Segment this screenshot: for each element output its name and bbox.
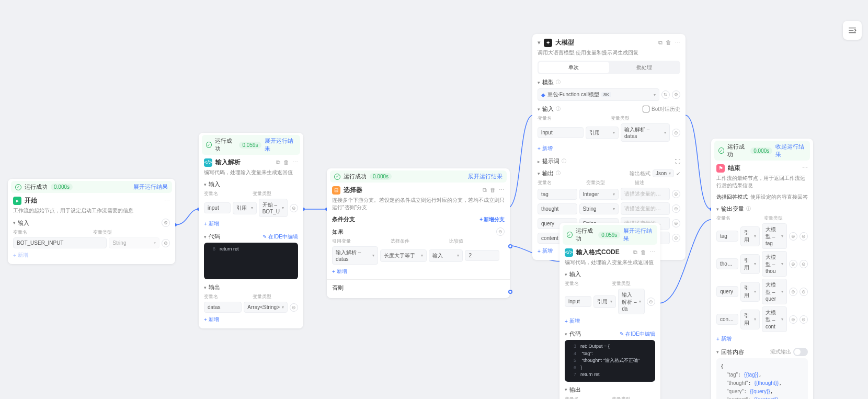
remove-branch-icon[interactable]: ⊖ xyxy=(496,227,505,236)
delete-icon[interactable]: 🗑 xyxy=(666,39,671,46)
output-type-select[interactable]: Array<String> xyxy=(247,304,280,310)
more-icon[interactable]: ⋯ xyxy=(292,159,298,166)
var-ref-select[interactable]: 大模型 – thou xyxy=(766,254,779,274)
copy-icon[interactable]: ⧉ xyxy=(633,249,637,256)
tab-batch[interactable]: 批处理 xyxy=(609,62,680,73)
add-input-button[interactable]: +新增 xyxy=(538,144,553,153)
remove-icon[interactable]: ⊖ xyxy=(647,298,655,306)
input-var-field[interactable]: input xyxy=(204,202,231,213)
llm-input-ref[interactable]: 输入解析 – datas xyxy=(624,126,662,139)
output-format-select[interactable]: Json xyxy=(656,170,667,176)
answer-json[interactable]: { "tag": {{tag}}, "thought": {{thought}}… xyxy=(716,358,808,399)
expand-results-link[interactable]: 展开运行结果 xyxy=(265,137,296,153)
out-desc[interactable]: 请描述变量的用途 xyxy=(621,202,670,215)
edit-in-ide-link[interactable]: ✎ 在IDE中编辑 xyxy=(620,330,655,338)
output-port-if[interactable] xyxy=(508,244,512,248)
out-name[interactable]: tag xyxy=(538,189,577,200)
code-editor[interactable]: 8return ret xyxy=(204,243,298,279)
import-icon[interactable]: ↙ xyxy=(676,170,680,176)
delete-icon[interactable]: 🗑 xyxy=(490,187,496,193)
add-condition-button[interactable]: +新增 xyxy=(332,267,347,276)
add-branch-button[interactable]: + 新增分支 xyxy=(479,216,505,223)
var-name[interactable]: tag xyxy=(716,231,738,242)
var-ref-select[interactable]: 大模型 – cont xyxy=(766,309,779,329)
refresh-icon[interactable]: ↻ xyxy=(661,90,670,99)
ref-select[interactable]: 开始 – BOT_U xyxy=(262,201,280,214)
remove-icon[interactable]: ⊖ xyxy=(800,232,808,241)
edit-in-ide-link[interactable]: ✎ 在IDE中编辑 xyxy=(262,233,298,241)
out-name[interactable]: thought xyxy=(538,203,577,214)
node-input-parse[interactable]: 运行成功0.059s展开运行结果 </> 输入解析 ⧉ 🗑 ⋯ 编写代码，处理输… xyxy=(199,133,303,328)
expand-results-link[interactable]: 展开运行结果 xyxy=(133,183,168,191)
remove-icon[interactable]: ⊖ xyxy=(672,219,680,227)
prompt-section[interactable]: 提示词 xyxy=(542,157,559,165)
remove-icon[interactable]: ⊖ xyxy=(290,204,298,212)
var-name[interactable]: thought xyxy=(716,258,738,269)
node-selector[interactable]: 运行成功0.000s展开运行结果 ⊟ 选择器 ⧉ 🗑 ⋯ 连接多个下游分支。若设… xyxy=(327,168,510,298)
var-name-field[interactable]: BOT_USER_INPUT xyxy=(13,237,107,248)
expand-results-link[interactable]: 展开运行结果 xyxy=(623,227,653,243)
copy-icon[interactable]: ⧉ xyxy=(483,187,487,193)
node-start[interactable]: 运行成功 0.000s 展开运行结果 ▸ 开始 ⋯ 工作流的起始节点，用于设定启… xyxy=(8,179,175,264)
var-ref-select[interactable]: 大模型 – quer xyxy=(766,281,779,302)
node-tools[interactable]: ⋯ xyxy=(164,197,170,204)
remove-icon[interactable]: ⊖ xyxy=(672,204,680,213)
var-name[interactable]: content xyxy=(716,314,738,325)
add-icon[interactable]: ⊕ xyxy=(789,260,797,268)
add-icon[interactable]: ⊕ xyxy=(789,288,797,296)
expand-icon[interactable]: ⛶ xyxy=(675,158,680,164)
remove-icon[interactable]: ⊖ xyxy=(672,190,680,198)
llm-input-var[interactable]: input xyxy=(538,127,584,138)
output-var-field[interactable]: datas xyxy=(204,302,242,313)
answer-mode-value[interactable]: 使用设定的内容直接回答 xyxy=(750,193,808,201)
delete-icon[interactable]: 🗑 xyxy=(641,249,646,256)
node-title: 输入格式CODE xyxy=(576,248,620,257)
copy-icon[interactable]: ⧉ xyxy=(276,159,280,166)
code-editor[interactable]: 3ret: Output = {4 "tag":5 "thought": "输入… xyxy=(565,340,655,382)
settings-icon[interactable]: ⚙ xyxy=(162,219,170,227)
node-format-code[interactable]: 运行成功0.059s展开运行结果 </> 输入格式CODE ⧉ 🗑 ⋯ 编写代码… xyxy=(559,223,660,399)
cmp-type-select[interactable]: 输入 xyxy=(432,252,443,259)
add-output-button[interactable]: +新增 xyxy=(538,246,553,256)
add-var-button[interactable]: +新增 xyxy=(716,334,732,344)
add-icon[interactable]: ⊕ xyxy=(789,315,797,324)
var-ref-select[interactable]: 大模型 – tag xyxy=(766,226,779,246)
add-output-button[interactable]: +新增 xyxy=(204,315,219,324)
cmp-value-field[interactable]: 2 xyxy=(465,250,499,261)
remove-icon[interactable]: ⊖ xyxy=(672,234,680,242)
add-input-button[interactable]: +新增 xyxy=(565,316,580,326)
out-type-select[interactable]: Integer xyxy=(583,191,599,197)
remove-icon[interactable]: ⊖ xyxy=(800,260,808,268)
output-port-else[interactable] xyxy=(508,290,512,294)
add-icon[interactable]: ⊕ xyxy=(789,232,797,241)
more-icon[interactable]: ⋯ xyxy=(675,39,680,46)
settings-icon[interactable]: ⚙ xyxy=(672,90,680,99)
stream-toggle[interactable] xyxy=(793,348,808,356)
collapse-panel-button[interactable] xyxy=(843,21,862,40)
collapse-results-link[interactable]: 收起运行结果 xyxy=(775,143,806,158)
add-input-button[interactable]: +新增 xyxy=(204,219,219,229)
cond-op-select[interactable]: 长度大于等于 xyxy=(384,252,415,259)
tab-single[interactable]: 单次 xyxy=(539,62,609,73)
node-end[interactable]: 运行成功0.000s收起运行结果 ⚑ 结束 ⋯ 工作流的最终节点，用于返回工作流… xyxy=(711,139,813,399)
bot-history-checkbox[interactable] xyxy=(643,106,649,112)
model-select[interactable]: 豆包·Function call模型 xyxy=(547,91,599,98)
remove-icon[interactable]: ⊖ xyxy=(800,288,808,296)
var-name[interactable]: query xyxy=(716,286,738,297)
out-type-select[interactable]: String xyxy=(583,206,597,212)
remove-icon[interactable]: ⊖ xyxy=(290,303,298,312)
out-desc[interactable]: 请描述变量的用途 xyxy=(621,188,670,200)
delete-icon[interactable]: 🗑 xyxy=(283,159,289,166)
expand-results-link[interactable]: 展开运行结果 xyxy=(468,173,502,180)
cond-ref-select[interactable]: 输入解析 – datas xyxy=(336,249,370,262)
input-ref-select[interactable]: 输入解析 – da xyxy=(622,291,637,312)
settings-row-icon[interactable]: ⚙ xyxy=(162,239,170,247)
mode-tabs[interactable]: 单次批处理 xyxy=(538,61,680,74)
copy-icon[interactable]: ⧉ xyxy=(658,39,663,46)
remove-icon[interactable]: ⊖ xyxy=(672,129,680,137)
more-icon[interactable]: ⋯ xyxy=(802,165,808,172)
more-icon[interactable]: ⋯ xyxy=(649,249,655,256)
input-var-field[interactable]: input xyxy=(565,296,591,307)
remove-icon[interactable]: ⊖ xyxy=(800,315,808,324)
more-icon[interactable]: ⋯ xyxy=(499,187,505,193)
